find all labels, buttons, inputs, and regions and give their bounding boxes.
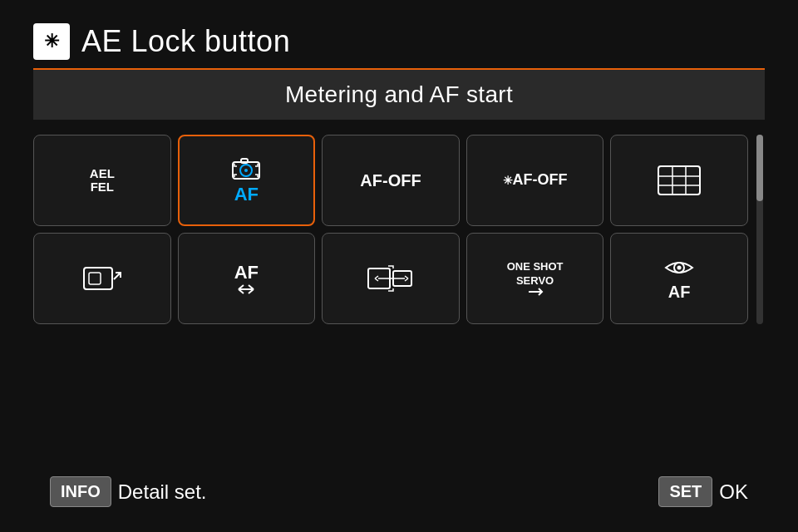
eye-af-icon: AF	[664, 256, 694, 302]
info-label: INFO	[50, 476, 111, 507]
aelfel-line1: AEL	[90, 167, 115, 181]
star-afoff-label: ✳AF-OFF	[503, 171, 568, 190]
servo-arrow-icon	[527, 287, 544, 297]
scrollbar-track	[756, 135, 763, 324]
svg-point-2	[244, 169, 248, 172]
cell-afoff[interactable]: AF-OFF	[322, 135, 460, 226]
aelfel-icon: AEL FEL	[90, 167, 115, 195]
scrollbar-thumb	[756, 135, 763, 201]
cell-switch-frames[interactable]	[322, 233, 460, 324]
afoff-icon: AF-OFF	[360, 170, 421, 190]
grid-select-icon	[657, 165, 702, 196]
set-label: SET	[658, 476, 712, 507]
star-afoff-icon: ✳AF-OFF	[503, 171, 568, 190]
cell-oneshot-servo[interactable]: ONE SHOT SERVO	[466, 233, 604, 324]
afswitch-label: AF	[234, 262, 259, 283]
ae-lock-icon: ✳	[33, 23, 70, 60]
camera-svg-icon	[229, 155, 263, 181]
oneshot-label: ONE SHOT	[507, 260, 564, 274]
ae-lock-symbol: ✳	[44, 31, 59, 52]
cell-eye-af[interactable]: AF	[610, 233, 748, 324]
metering-af-icon: AF	[229, 155, 263, 205]
oneshot-servo-icon: ONE SHOT SERVO	[507, 260, 564, 297]
eye-af-label: AF	[668, 282, 691, 302]
cell-aelfel[interactable]: AEL FEL	[33, 135, 171, 226]
info-text: Detail set.	[118, 480, 207, 504]
options-grid-container: AEL FEL	[33, 135, 765, 324]
eye-icon-svg	[664, 256, 694, 279]
page-title: AE Lock button	[81, 24, 290, 59]
afswitch-arrows-icon	[237, 283, 255, 295]
cell-tracking[interactable]	[33, 233, 171, 324]
screen: ✳ AE Lock button Metering and AF start A…	[0, 0, 798, 532]
svg-rect-9	[84, 268, 112, 289]
set-text: OK	[719, 480, 748, 504]
footer: INFO Detail set. SET OK	[0, 476, 798, 507]
servo-label: SERVO	[516, 274, 554, 288]
af-label: AF	[234, 184, 259, 205]
grid-icon-svg	[657, 165, 702, 196]
afoff-label: AF-OFF	[360, 170, 421, 190]
tracking-icon	[82, 263, 122, 294]
switch-frames-svg	[367, 263, 415, 294]
scrollbar[interactable]	[755, 135, 765, 324]
set-ok-button[interactable]: SET OK	[658, 476, 748, 507]
cell-star-afoff[interactable]: ✳AF-OFF	[466, 135, 604, 226]
cell-afswitch[interactable]: AF	[178, 233, 316, 324]
section-title: Metering and AF start	[33, 70, 765, 120]
header: ✳ AE Lock button	[0, 0, 798, 68]
svg-rect-3	[241, 159, 248, 163]
afswitch-icon: AF	[234, 262, 259, 295]
switch-frames-icon	[367, 263, 415, 294]
aelfel-line2: FEL	[91, 180, 114, 195]
svg-rect-4	[658, 166, 700, 195]
tracking-svg-icon	[82, 263, 122, 294]
svg-rect-10	[89, 273, 101, 284]
options-grid: AEL FEL	[33, 135, 748, 324]
svg-point-17	[677, 265, 682, 269]
info-button[interactable]: INFO Detail set.	[50, 476, 207, 507]
cell-grid-select[interactable]	[610, 135, 748, 226]
cell-metering-af[interactable]: AF	[178, 135, 316, 226]
